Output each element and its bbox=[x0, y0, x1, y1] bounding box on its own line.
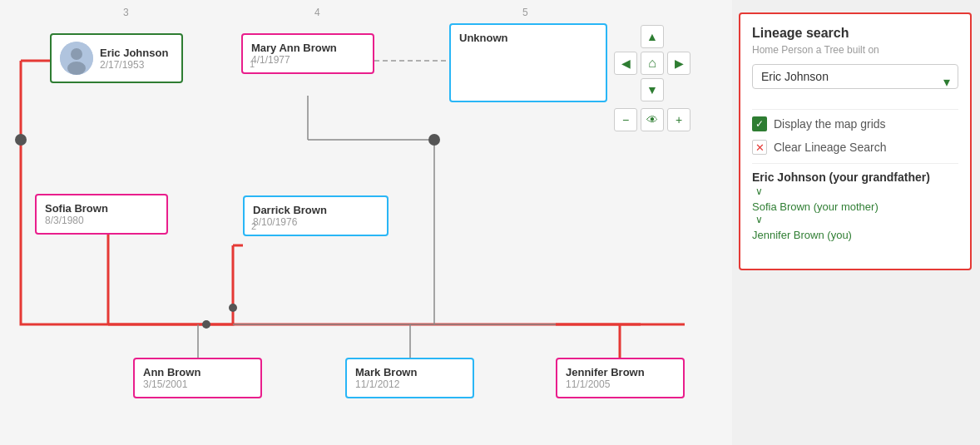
svg-point-17 bbox=[71, 48, 82, 60]
mark-name: Mark Brown bbox=[355, 366, 464, 378]
display-grids-label: Display the map grids bbox=[774, 117, 886, 131]
divider-2 bbox=[752, 163, 958, 164]
card-ann[interactable]: Ann Brown 3/15/2001 bbox=[133, 358, 262, 398]
chevron-2: ∨ bbox=[755, 214, 958, 225]
ann-date: 3/15/2001 bbox=[143, 378, 252, 390]
darrick-number: 2 bbox=[251, 221, 256, 231]
connector-dot-3 bbox=[202, 320, 210, 329]
jennifer-date: 11/1/2005 bbox=[566, 378, 675, 390]
card-mary[interactable]: Mary Ann Brown 4/1/1977 1 bbox=[241, 33, 374, 74]
nav-up-button[interactable]: ▲ bbox=[641, 25, 664, 48]
clear-x-icon[interactable]: ✕ bbox=[752, 140, 767, 155]
avatar-eric bbox=[60, 42, 93, 75]
nav-home-button[interactable]: ⌂ bbox=[641, 52, 664, 75]
zoom-minus-button[interactable]: − bbox=[614, 108, 637, 131]
unknown-name: Unknown bbox=[459, 32, 597, 44]
sofia-name: Sofia Brown bbox=[45, 202, 158, 215]
ann-name: Ann Brown bbox=[143, 366, 252, 378]
eric-name: Eric Johnson bbox=[100, 47, 168, 59]
mary-date: 4/1/1977 bbox=[251, 54, 364, 66]
col-number-3: 3 bbox=[123, 7, 129, 18]
svg-point-18 bbox=[67, 62, 86, 75]
grids-checkbox[interactable]: ✓ bbox=[752, 116, 767, 131]
clear-lineage-label: Clear Lineage Search bbox=[774, 141, 886, 154]
divider-1 bbox=[752, 109, 958, 110]
lineage-link-sofia[interactable]: Sofia Brown (your mother) bbox=[752, 200, 879, 213]
tree-canvas: 3 4 5 ▲ ◀ ⌂ ▶ ▼ − 👁 + bbox=[0, 0, 732, 445]
person-select[interactable]: Eric Johnson bbox=[752, 64, 958, 89]
sidebar-title: Lineage search bbox=[752, 26, 958, 41]
card-darrick[interactable]: Darrick Brown 8/10/1976 2 bbox=[243, 195, 389, 236]
connector-dot-1 bbox=[15, 134, 27, 146]
lineage-heading: Eric Johnson (your grandfather) bbox=[752, 171, 958, 184]
clear-lineage-option[interactable]: ✕ Clear Lineage Search bbox=[752, 140, 958, 155]
lineage-link-jennifer[interactable]: Jennifer Brown (you) bbox=[752, 229, 852, 241]
eye-button[interactable]: 👁 bbox=[641, 108, 664, 131]
eric-date: 2/17/1953 bbox=[100, 59, 168, 71]
nav-down-button[interactable]: ▼ bbox=[641, 78, 664, 101]
lineage-sidebar: Lineage search Home Person a Tree built … bbox=[739, 12, 972, 270]
card-mark[interactable]: Mark Brown 11/1/2012 bbox=[345, 358, 474, 398]
jennifer-name: Jennifer Brown bbox=[566, 366, 675, 378]
zoom-plus-button[interactable]: + bbox=[667, 108, 690, 131]
darrick-name: Darrick Brown bbox=[253, 204, 379, 216]
connector-dot-4 bbox=[229, 304, 237, 312]
connector-dot-2 bbox=[428, 134, 440, 146]
mary-number: 1 bbox=[250, 59, 255, 69]
nav-controls: ▲ ◀ ⌂ ▶ ▼ − 👁 + bbox=[614, 25, 690, 131]
display-grids-option[interactable]: ✓ Display the map grids bbox=[752, 116, 958, 131]
col-number-4: 4 bbox=[314, 7, 320, 18]
nav-left-button[interactable]: ◀ bbox=[614, 52, 637, 75]
nav-right-button[interactable]: ▶ bbox=[667, 52, 690, 75]
person-select-wrapper[interactable]: Eric Johnson bbox=[752, 64, 958, 99]
card-jennifer[interactable]: Jennifer Brown 11/1/2005 bbox=[556, 358, 685, 398]
chevron-1: ∨ bbox=[755, 185, 958, 197]
darrick-date: 8/10/1976 bbox=[253, 216, 379, 228]
col-number-5: 5 bbox=[522, 7, 528, 18]
card-eric[interactable]: Eric Johnson 2/17/1953 bbox=[50, 33, 183, 83]
mark-date: 11/1/2012 bbox=[355, 378, 464, 390]
card-sofia[interactable]: Sofia Brown 8/3/1980 bbox=[35, 194, 168, 235]
sofia-date: 8/3/1980 bbox=[45, 215, 158, 226]
card-unknown[interactable]: Unknown bbox=[449, 23, 607, 102]
mary-name: Mary Ann Brown bbox=[251, 42, 364, 54]
sidebar-subtitle: Home Person a Tree built on bbox=[752, 44, 958, 56]
